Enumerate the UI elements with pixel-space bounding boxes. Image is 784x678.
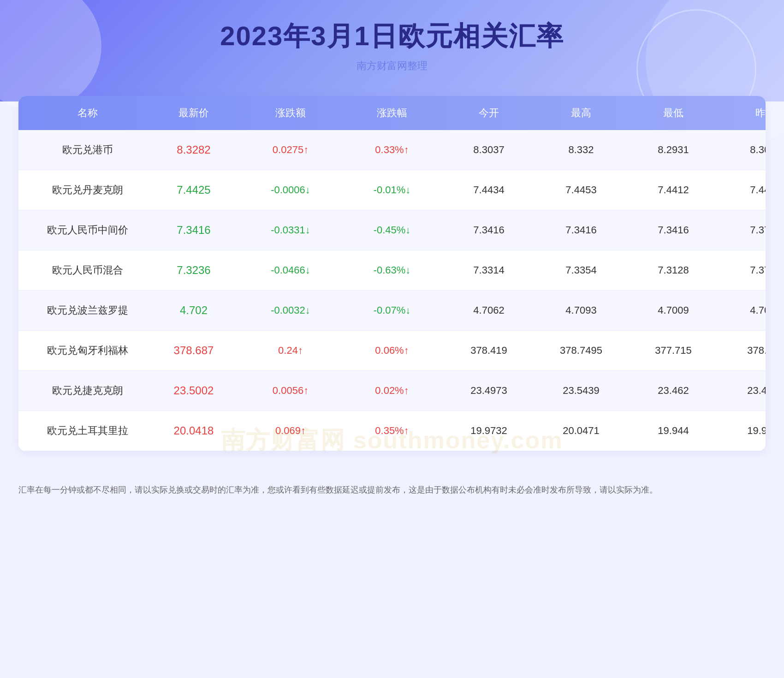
cell-change-pct: 0.02%↑ — [341, 385, 443, 397]
cell-prev-close: 7.3747 — [719, 224, 766, 236]
cell-open: 378.419 — [443, 345, 535, 357]
cell-open: 23.4973 — [443, 385, 535, 397]
cell-latest-price: 7.4425 — [148, 184, 240, 196]
col-header-name: 名称 — [28, 106, 148, 120]
cell-name: 欧元兑丹麦克朗 — [28, 183, 148, 197]
table-row: 欧元兑丹麦克朗 7.4425 -0.0006↓ -0.01%↓ 7.4434 7… — [18, 170, 766, 210]
cell-low: 8.2931 — [627, 144, 719, 156]
table-row: 欧元兑土耳其里拉 20.0418 0.069↑ 0.35%↑ 19.9732 2… — [18, 411, 766, 451]
table-row: 欧元人民币中间价 7.3416 -0.0331↓ -0.45%↓ 7.3416 … — [18, 210, 766, 250]
table-row: 欧元兑捷克克朗 23.5002 0.0056↑ 0.02%↑ 23.4973 2… — [18, 371, 766, 411]
cell-name: 欧元兑匈牙利福林 — [28, 344, 148, 357]
cell-high: 7.3416 — [535, 224, 627, 236]
cell-low: 23.462 — [627, 385, 719, 397]
cell-low: 377.715 — [627, 345, 719, 357]
col-header-change-pct: 涨跌幅 — [341, 106, 443, 120]
cell-name: 欧元人民币中间价 — [28, 223, 148, 237]
table-row: 欧元人民币混合 7.3236 -0.0466↓ -0.63%↓ 7.3314 7… — [18, 250, 766, 291]
col-header-low: 最低 — [627, 106, 719, 120]
cell-change-amount: 0.24↑ — [240, 345, 341, 357]
cell-high: 378.7495 — [535, 345, 627, 357]
cell-open: 7.4434 — [443, 184, 535, 196]
table-body: 欧元兑港币 8.3282 0.0275↑ 0.33%↑ 8.3037 8.332… — [18, 130, 766, 451]
cell-change-pct: -0.45%↓ — [341, 224, 443, 236]
page-header: 2023年3月1日欧元相关汇率 南方财富网整理 — [0, 0, 784, 82]
cell-open: 7.3416 — [443, 224, 535, 236]
cell-low: 4.7009 — [627, 304, 719, 316]
cell-high: 20.0471 — [535, 425, 627, 437]
table-header: 名称 最新价 涨跌额 涨跌幅 今开 最高 最低 昨收 — [18, 96, 766, 130]
table-row: 欧元兑匈牙利福林 378.687 0.24↑ 0.06%↑ 378.419 37… — [18, 331, 766, 371]
col-header-open: 今开 — [443, 106, 535, 120]
cell-low: 7.3128 — [627, 264, 719, 276]
content-area: 名称 最新价 涨跌额 涨跌幅 今开 最高 最低 昨收 欧元兑港币 8.3282 … — [18, 96, 766, 451]
cell-change-pct: -0.01%↓ — [341, 184, 443, 196]
cell-latest-price: 20.0418 — [148, 424, 240, 437]
cell-change-pct: 0.35%↑ — [341, 425, 443, 437]
cell-latest-price: 23.5002 — [148, 384, 240, 397]
table-row: 欧元兑港币 8.3282 0.0275↑ 0.33%↑ 8.3037 8.332… — [18, 130, 766, 170]
cell-change-amount: -0.0331↓ — [240, 224, 341, 236]
cell-change-amount: -0.0466↓ — [240, 264, 341, 276]
cell-change-amount: 0.0275↑ — [240, 144, 341, 156]
cell-change-amount: -0.0032↓ — [240, 304, 341, 316]
cell-open: 4.7062 — [443, 304, 535, 316]
cell-name: 欧元兑港币 — [28, 143, 148, 157]
cell-latest-price: 4.702 — [148, 304, 240, 317]
cell-low: 7.4412 — [627, 184, 719, 196]
cell-high: 7.3354 — [535, 264, 627, 276]
table-row: 欧元兑波兰兹罗提 4.702 -0.0032↓ -0.07%↓ 4.7062 4… — [18, 291, 766, 331]
cell-latest-price: 378.687 — [148, 344, 240, 357]
cell-change-pct: 0.33%↑ — [341, 144, 443, 156]
cell-prev-close: 7.3702 — [719, 264, 766, 276]
col-header-latest: 最新价 — [148, 106, 240, 120]
cell-prev-close: 8.3007 — [719, 144, 766, 156]
cell-change-pct: 0.06%↑ — [341, 345, 443, 357]
cell-change-amount: 0.0056↑ — [240, 385, 341, 397]
cell-prev-close: 4.7052 — [719, 304, 766, 316]
cell-name: 欧元人民币混合 — [28, 263, 148, 277]
col-header-high: 最高 — [535, 106, 627, 120]
cell-prev-close: 7.4431 — [719, 184, 766, 196]
cell-open: 8.3037 — [443, 144, 535, 156]
cell-prev-close: 378.447 — [719, 345, 766, 357]
cell-prev-close: 19.9728 — [719, 425, 766, 437]
cell-name: 欧元兑捷克克朗 — [28, 384, 148, 398]
cell-latest-price: 7.3236 — [148, 264, 240, 277]
cell-open: 7.3314 — [443, 264, 535, 276]
col-header-change-amt: 涨跌额 — [240, 106, 341, 120]
cell-change-amount: 0.069↑ — [240, 425, 341, 437]
cell-high: 7.4453 — [535, 184, 627, 196]
cell-open: 19.9732 — [443, 425, 535, 437]
main-title: 2023年3月1日欧元相关汇率 — [0, 18, 784, 54]
cell-latest-price: 8.3282 — [148, 143, 240, 156]
cell-change-pct: -0.63%↓ — [341, 264, 443, 276]
cell-low: 19.944 — [627, 425, 719, 437]
cell-change-pct: -0.07%↓ — [341, 304, 443, 316]
cell-change-amount: -0.0006↓ — [240, 184, 341, 196]
cell-prev-close: 23.4946 — [719, 385, 766, 397]
cell-high: 23.5439 — [535, 385, 627, 397]
cell-name: 欧元兑波兰兹罗提 — [28, 303, 148, 317]
col-header-prev-close: 昨收 — [719, 106, 766, 120]
cell-name: 欧元兑土耳其里拉 — [28, 424, 148, 438]
cell-high: 4.7093 — [535, 304, 627, 316]
cell-low: 7.3416 — [627, 224, 719, 236]
cell-high: 8.332 — [535, 144, 627, 156]
cell-latest-price: 7.3416 — [148, 224, 240, 237]
sub-title: 南方财富网整理 — [0, 59, 784, 73]
footer-note: 汇率在每一分钟或都不尽相同，请以实际兑换或交易时的汇率为准，您或许看到有些数据延… — [0, 470, 784, 515]
